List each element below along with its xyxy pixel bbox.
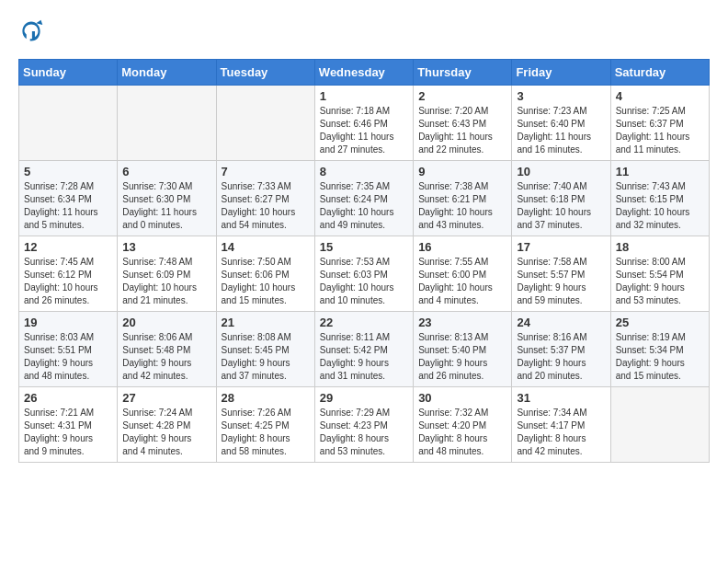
day-info: Sunrise: 7:25 AM Sunset: 6:37 PM Dayligh… [616,105,704,156]
day-number: 30 [418,391,506,405]
day-number: 31 [517,391,605,405]
day-info: Sunrise: 7:30 AM Sunset: 6:30 PM Dayligh… [122,180,210,232]
calendar-week-row: 26Sunrise: 7:21 AM Sunset: 4:31 PM Dayli… [19,387,710,463]
day-info: Sunrise: 7:50 AM Sunset: 6:06 PM Dayligh… [222,256,310,307]
day-info: Sunrise: 7:29 AM Sunset: 4:23 PM Dayligh… [320,407,408,458]
calendar-day-header: Thursday [414,60,512,86]
calendar-day-header: Sunday [19,60,118,86]
day-number: 24 [517,316,605,329]
calendar-cell: 16Sunrise: 7:55 AM Sunset: 6:00 PM Dayli… [414,236,512,312]
day-info: Sunrise: 8:06 AM Sunset: 5:48 PM Dayligh… [122,331,210,383]
day-number: 11 [616,165,704,178]
calendar-cell [19,86,118,161]
day-number: 29 [320,391,408,405]
calendar-cell: 5Sunrise: 7:28 AM Sunset: 6:34 PM Daylig… [19,161,118,236]
calendar-cell: 6Sunrise: 7:30 AM Sunset: 6:30 PM Daylig… [118,161,216,236]
day-number: 7 [222,165,310,178]
day-number: 23 [418,316,506,329]
calendar-cell: 26Sunrise: 7:21 AM Sunset: 4:31 PM Dayli… [19,387,118,463]
calendar-week-row: 12Sunrise: 7:45 AM Sunset: 6:12 PM Dayli… [19,236,710,312]
calendar-cell: 29Sunrise: 7:29 AM Sunset: 4:23 PM Dayli… [314,387,413,463]
day-number: 12 [24,240,112,254]
calendar-day-header: Monday [118,60,216,86]
calendar-cell: 24Sunrise: 8:16 AM Sunset: 5:37 PM Dayli… [512,312,610,387]
calendar-cell: 28Sunrise: 7:26 AM Sunset: 4:25 PM Dayli… [216,387,314,463]
calendar-cell: 9Sunrise: 7:38 AM Sunset: 6:21 PM Daylig… [414,161,512,236]
day-info: Sunrise: 7:48 AM Sunset: 6:09 PM Dayligh… [122,256,210,307]
day-info: Sunrise: 7:55 AM Sunset: 6:00 PM Dayligh… [418,256,506,307]
day-info: Sunrise: 7:26 AM Sunset: 4:25 PM Dayligh… [222,407,310,458]
calendar-day-header: Saturday [610,60,709,86]
calendar-cell: 2Sunrise: 7:20 AM Sunset: 6:43 PM Daylig… [414,86,512,161]
day-number: 20 [122,316,210,329]
day-info: Sunrise: 7:28 AM Sunset: 6:34 PM Dayligh… [24,180,112,232]
day-info: Sunrise: 7:38 AM Sunset: 6:21 PM Dayligh… [418,180,506,232]
day-number: 28 [222,391,310,405]
day-number: 4 [616,89,704,103]
day-number: 3 [517,89,605,103]
day-number: 27 [122,391,210,405]
calendar-cell: 11Sunrise: 7:43 AM Sunset: 6:15 PM Dayli… [610,161,709,236]
calendar-cell: 21Sunrise: 8:08 AM Sunset: 5:45 PM Dayli… [216,312,314,387]
calendar-cell: 22Sunrise: 8:11 AM Sunset: 5:42 PM Dayli… [314,312,413,387]
calendar-week-row: 5Sunrise: 7:28 AM Sunset: 6:34 PM Daylig… [19,161,710,236]
day-info: Sunrise: 7:40 AM Sunset: 6:18 PM Dayligh… [517,180,605,232]
day-info: Sunrise: 7:34 AM Sunset: 4:17 PM Dayligh… [517,407,605,458]
calendar-cell: 7Sunrise: 7:33 AM Sunset: 6:27 PM Daylig… [216,161,314,236]
day-info: Sunrise: 7:18 AM Sunset: 6:46 PM Dayligh… [320,105,408,156]
day-number: 6 [122,165,210,178]
calendar-cell: 4Sunrise: 7:25 AM Sunset: 6:37 PM Daylig… [610,86,709,161]
page-header [18,18,710,44]
day-number: 21 [222,316,310,329]
day-info: Sunrise: 7:23 AM Sunset: 6:40 PM Dayligh… [517,105,605,156]
day-info: Sunrise: 8:08 AM Sunset: 5:45 PM Dayligh… [222,331,310,383]
calendar-cell: 23Sunrise: 8:13 AM Sunset: 5:40 PM Dayli… [414,312,512,387]
day-info: Sunrise: 8:11 AM Sunset: 5:42 PM Dayligh… [320,331,408,383]
day-info: Sunrise: 7:20 AM Sunset: 6:43 PM Dayligh… [418,105,506,156]
day-number: 26 [24,391,112,405]
day-info: Sunrise: 7:58 AM Sunset: 5:57 PM Dayligh… [517,256,605,307]
day-info: Sunrise: 7:45 AM Sunset: 6:12 PM Dayligh… [24,256,112,307]
day-number: 2 [418,89,506,103]
day-info: Sunrise: 7:24 AM Sunset: 4:28 PM Dayligh… [122,407,210,458]
day-info: Sunrise: 8:19 AM Sunset: 5:34 PM Dayligh… [616,331,704,383]
calendar-week-row: 19Sunrise: 8:03 AM Sunset: 5:51 PM Dayli… [19,312,710,387]
day-number: 10 [517,165,605,178]
calendar-cell: 27Sunrise: 7:24 AM Sunset: 4:28 PM Dayli… [118,387,216,463]
day-number: 8 [320,165,408,178]
day-info: Sunrise: 8:16 AM Sunset: 5:37 PM Dayligh… [517,331,605,383]
calendar-day-header: Wednesday [314,60,413,86]
calendar-day-header: Friday [512,60,610,86]
logo [18,18,48,44]
calendar-cell [610,387,709,463]
calendar-cell: 10Sunrise: 7:40 AM Sunset: 6:18 PM Dayli… [512,161,610,236]
calendar-cell: 1Sunrise: 7:18 AM Sunset: 6:46 PM Daylig… [314,86,413,161]
calendar-cell [118,86,216,161]
calendar-cell: 25Sunrise: 8:19 AM Sunset: 5:34 PM Dayli… [610,312,709,387]
calendar-cell: 18Sunrise: 8:00 AM Sunset: 5:54 PM Dayli… [610,236,709,312]
day-number: 16 [418,240,506,254]
calendar-day-header: Tuesday [216,60,314,86]
day-number: 17 [517,240,605,254]
logo-icon [18,18,44,44]
day-info: Sunrise: 7:21 AM Sunset: 4:31 PM Dayligh… [24,407,112,458]
day-number: 15 [320,240,408,254]
day-number: 13 [122,240,210,254]
day-info: Sunrise: 8:00 AM Sunset: 5:54 PM Dayligh… [616,256,704,307]
day-info: Sunrise: 7:32 AM Sunset: 4:20 PM Dayligh… [418,407,506,458]
calendar-table: SundayMondayTuesdayWednesdayThursdayFrid… [18,59,710,463]
calendar-week-row: 1Sunrise: 7:18 AM Sunset: 6:46 PM Daylig… [19,86,710,161]
day-number: 5 [24,165,112,178]
calendar-cell: 13Sunrise: 7:48 AM Sunset: 6:09 PM Dayli… [118,236,216,312]
calendar-cell: 15Sunrise: 7:53 AM Sunset: 6:03 PM Dayli… [314,236,413,312]
day-number: 1 [320,89,408,103]
day-info: Sunrise: 8:03 AM Sunset: 5:51 PM Dayligh… [24,331,112,383]
day-info: Sunrise: 8:13 AM Sunset: 5:40 PM Dayligh… [418,331,506,383]
day-info: Sunrise: 7:43 AM Sunset: 6:15 PM Dayligh… [616,180,704,232]
calendar-cell: 8Sunrise: 7:35 AM Sunset: 6:24 PM Daylig… [314,161,413,236]
calendar-cell: 3Sunrise: 7:23 AM Sunset: 6:40 PM Daylig… [512,86,610,161]
day-number: 22 [320,316,408,329]
calendar-cell: 31Sunrise: 7:34 AM Sunset: 4:17 PM Dayli… [512,387,610,463]
calendar-cell: 20Sunrise: 8:06 AM Sunset: 5:48 PM Dayli… [118,312,216,387]
day-info: Sunrise: 7:33 AM Sunset: 6:27 PM Dayligh… [222,180,310,232]
